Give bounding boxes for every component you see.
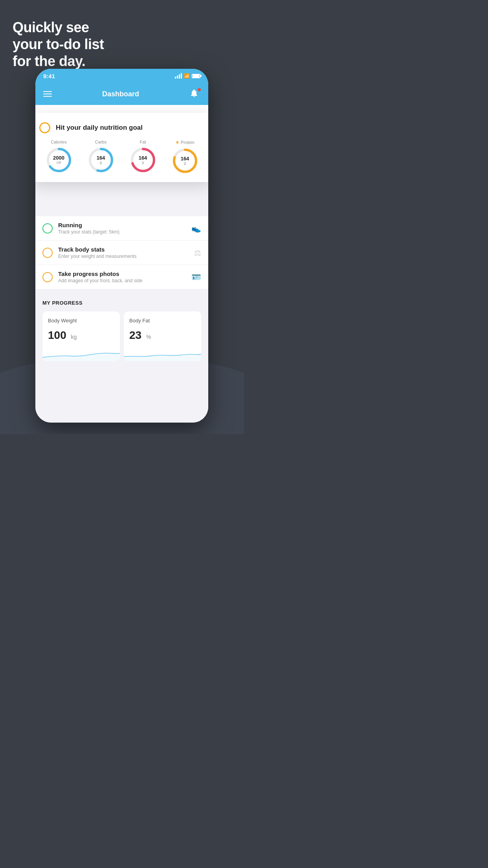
phone-frame: 9:41 📶 Dashboard THINGS TO DO TODAY xyxy=(35,69,208,423)
body-weight-chart xyxy=(42,346,120,361)
todo-list: Running Track your stats (target: 5km) 👟… xyxy=(35,216,208,289)
hero-line-1: Quickly see xyxy=(13,19,104,36)
protein-item: ★ Protein 164 g xyxy=(165,140,204,174)
phone-content: THINGS TO DO TODAY Hit your daily nutrit… xyxy=(35,105,208,423)
protein-donut: 164 g xyxy=(172,147,198,174)
body-stats-text: Track body stats Enter your weight and m… xyxy=(58,246,189,259)
todo-item-body-stats[interactable]: Track body stats Enter your weight and m… xyxy=(35,241,208,265)
todo-item-running[interactable]: Running Track your stats (target: 5km) 👟 xyxy=(35,216,208,241)
carbs-center: 164 g xyxy=(97,155,105,165)
floating-nutrition-card[interactable]: Hit your daily nutrition goal Calories 2… xyxy=(35,113,208,182)
fat-item: Fat 164 g xyxy=(123,140,162,174)
body-fat-unit: % xyxy=(146,334,151,340)
progress-photos-text: Take progress photos Add images of your … xyxy=(58,270,186,283)
body-fat-title: Body Fat xyxy=(129,318,196,324)
running-title: Running xyxy=(58,222,186,228)
body-weight-card[interactable]: Body Weight 100 kg xyxy=(42,311,120,361)
progress-cards-row: Body Weight 100 kg Body Fat xyxy=(42,311,201,361)
hero-text-block: Quickly see your to-do list for the day. xyxy=(13,19,104,70)
running-subtitle: Track your stats (target: 5km) xyxy=(58,229,186,235)
body-stats-check-circle xyxy=(42,248,53,258)
protein-center: 164 g xyxy=(181,156,189,166)
todo-item-progress-photos[interactable]: Take progress photos Add images of your … xyxy=(35,265,208,289)
carbs-label: Carbs xyxy=(95,140,106,144)
body-weight-number: 100 xyxy=(48,329,66,341)
header-title: Dashboard xyxy=(102,90,139,98)
protein-label: ★ Protein xyxy=(175,140,194,145)
hamburger-menu-button[interactable] xyxy=(43,91,52,97)
hero-line-3: for the day. xyxy=(13,53,104,70)
carbs-item: Carbs 164 g xyxy=(81,140,120,174)
body-weight-value-row: 100 kg xyxy=(48,329,114,342)
progress-section: MY PROGRESS Body Weight 100 kg xyxy=(35,292,208,365)
calories-value: 2000 xyxy=(53,155,64,161)
protein-value: 164 xyxy=(181,156,189,162)
fat-label: Fat xyxy=(140,140,146,144)
carbs-unit: g xyxy=(97,161,105,165)
person-photo-icon: 🪪 xyxy=(191,272,201,282)
body-fat-card[interactable]: Body Fat 23 % xyxy=(124,311,201,361)
carbs-value: 164 xyxy=(97,155,105,161)
running-text: Running Track your stats (target: 5km) xyxy=(58,222,186,235)
body-stats-subtitle: Enter your weight and measurements xyxy=(58,254,189,259)
progress-photos-check-circle xyxy=(42,272,53,282)
status-icons: 📶 xyxy=(175,73,200,79)
calories-item: Calories 2000 cal xyxy=(39,140,78,174)
status-bar: 9:41 📶 xyxy=(35,69,208,83)
progress-section-title: MY PROGRESS xyxy=(42,300,201,306)
battery-icon xyxy=(192,74,200,78)
calories-unit: cal xyxy=(53,161,64,165)
running-check-circle xyxy=(42,223,53,234)
nutrition-card-title: Hit your daily nutrition goal xyxy=(56,124,143,132)
progress-photos-title: Take progress photos xyxy=(58,270,186,277)
nutrition-check-circle xyxy=(39,122,50,133)
body-weight-title: Body Weight xyxy=(48,318,114,324)
body-fat-value-row: 23 % xyxy=(129,329,196,342)
scale-icon: ⚖ xyxy=(194,248,201,257)
notification-badge xyxy=(197,88,201,92)
fat-value: 164 xyxy=(139,155,147,161)
app-header: Dashboard xyxy=(35,83,208,105)
body-fat-chart xyxy=(124,346,201,361)
running-shoe-icon: 👟 xyxy=(191,224,201,233)
calories-label: Calories xyxy=(51,140,66,144)
notification-bell-button[interactable] xyxy=(189,88,200,99)
fat-donut: 164 g xyxy=(130,147,156,173)
carbs-donut: 164 g xyxy=(88,147,114,173)
protein-star-icon: ★ xyxy=(175,140,180,145)
hero-line-2: your to-do list xyxy=(13,36,104,53)
fat-center: 164 g xyxy=(139,155,147,165)
wifi-icon: 📶 xyxy=(184,73,190,79)
fat-unit: g xyxy=(139,161,147,165)
nutrition-grid: Calories 2000 cal Carbs xyxy=(39,140,204,174)
progress-photos-subtitle: Add images of your front, back, and side xyxy=(58,278,186,283)
calories-center: 2000 cal xyxy=(53,155,64,165)
protein-unit: g xyxy=(181,162,189,166)
body-fat-number: 23 xyxy=(129,329,141,341)
body-stats-title: Track body stats xyxy=(58,246,189,253)
body-weight-unit: kg xyxy=(71,334,77,340)
nutrition-card-header: Hit your daily nutrition goal xyxy=(39,122,204,133)
signal-icon xyxy=(175,73,182,79)
status-time: 9:41 xyxy=(43,73,55,79)
calories-donut: 2000 cal xyxy=(46,147,72,173)
